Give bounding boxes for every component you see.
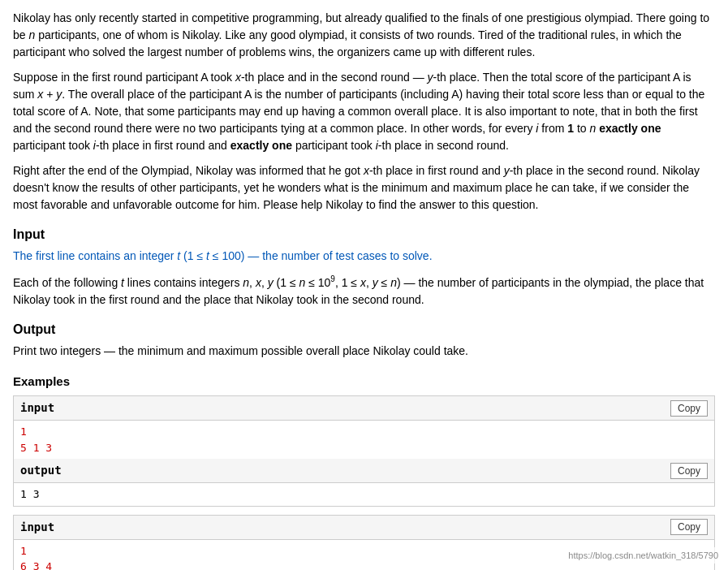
examples-section: Examples input Copy 1 5 1 3 output Copy … — [13, 373, 715, 570]
input-section: Input The first line contains an integer… — [13, 225, 715, 309]
example-output-line-1: 1 3 — [20, 486, 708, 503]
example-input-header-1: input Copy — [14, 396, 714, 421]
copy-input-button-2[interactable]: Copy — [670, 519, 708, 535]
output-title: Output — [13, 320, 715, 339]
input-line1: The first line contains an integer t (1 … — [13, 248, 715, 265]
intro-para3: Right after the end of the Olympiad, Nik… — [13, 162, 715, 214]
copy-output-button-1[interactable]: Copy — [670, 463, 708, 479]
intro-para1: Nikolay has only recently started in com… — [13, 10, 715, 61]
example-input-label-2: input — [20, 519, 54, 536]
example-block-1: input Copy 1 5 1 3 output Copy 1 3 — [13, 395, 715, 507]
output-text: Print two integers — the minimum and max… — [13, 343, 715, 360]
example-input-header-2: input Copy — [14, 516, 714, 540]
input-line2: Each of the following t lines contains i… — [13, 273, 715, 309]
example-input-body-1: 1 5 1 3 — [14, 421, 714, 459]
example-input-label-1: input — [20, 399, 54, 417]
copy-input-button-1[interactable]: Copy — [670, 400, 708, 417]
examples-title: Examples — [13, 373, 715, 391]
intro-para2: Suppose in the first round participant A… — [13, 69, 715, 154]
output-section: Output Print two integers — the minimum … — [13, 320, 715, 360]
example-input-line2-1: 5 1 3 — [20, 440, 708, 456]
example-output-body-1: 1 3 — [14, 483, 714, 506]
example-output-label-1: output — [20, 462, 62, 479]
watermark: https://blog.csdn.net/watkin_318/5790 — [565, 547, 722, 564]
input-title: Input — [13, 225, 715, 244]
example-output-header-1: output Copy — [14, 459, 714, 483]
example-input-line1-1: 1 — [20, 424, 708, 440]
